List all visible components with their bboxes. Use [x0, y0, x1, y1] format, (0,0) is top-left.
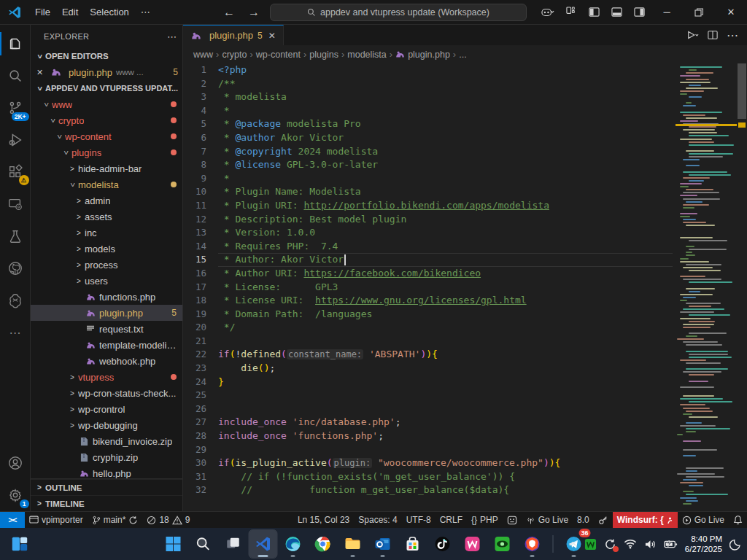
run-button[interactable]	[687, 30, 699, 40]
tray-chevron-up-icon[interactable]	[568, 540, 577, 548]
night-mode-moon-icon[interactable]	[729, 537, 743, 551]
taskbar-eye-app-icon[interactable]	[489, 530, 516, 558]
tree-folder-inc[interactable]: >inc	[31, 225, 182, 241]
tree-folder-hideadminbar[interactable]: >hide-admin-bar	[31, 160, 182, 176]
taskbar-edge-icon[interactable]	[279, 530, 307, 558]
remote-explorer-activity-icon[interactable]	[0, 188, 31, 220]
tree-file-cryphipzip[interactable]: cryphip.zip	[31, 449, 182, 465]
tray-sync-icon[interactable]	[604, 538, 616, 551]
menu-selection[interactable]: Selection	[84, 4, 134, 20]
editor-scrollbar[interactable]	[737, 63, 747, 511]
tree-folder-wpdebugging[interactable]: >wp-debugging	[31, 417, 182, 433]
menu-[interactable]: ⋯	[135, 4, 156, 20]
tree-file-templatemodelista[interactable]: template-modelista...	[31, 337, 182, 353]
tree-file-webhookphp[interactable]: webhook.php	[31, 353, 182, 369]
tree-folder-admin[interactable]: >admin	[31, 192, 182, 209]
back-arrow-icon[interactable]: ←	[220, 6, 238, 19]
scrollbar-thumb[interactable]	[738, 63, 746, 119]
workspace-root-item[interactable]: > APPDEV AND VTUPRESS UPDAT...	[31, 80, 182, 96]
tree-file-requesttxt[interactable]: request.txt	[31, 321, 182, 337]
tree-folder-process[interactable]: >process	[31, 257, 182, 273]
volume-icon[interactable]	[644, 539, 657, 550]
tree-folder-vtupress[interactable]: >vtupress	[31, 369, 182, 385]
widgets-button[interactable]	[6, 530, 34, 558]
copilot-icon[interactable]	[535, 0, 560, 24]
tree-folder-crypto[interactable]: >crypto	[31, 112, 182, 128]
tree-file-bikendiinvoicezip[interactable]: bikendi_invoice.zip	[31, 433, 182, 449]
tree-folder-models[interactable]: >models	[31, 241, 182, 257]
timeline-section-header[interactable]: > TIMELINE	[31, 495, 182, 511]
taskbar-search-button[interactable]	[190, 530, 217, 558]
windsurf-status-item[interactable]: Windsurf: {	[613, 512, 678, 528]
breadcrumb-item-plugins[interactable]: plugins	[309, 50, 338, 60]
more-views-icon[interactable]: ⋯	[0, 316, 31, 349]
workspace-status-item[interactable]: vpimporter	[25, 512, 88, 528]
start-button[interactable]	[160, 530, 187, 558]
close-window-button[interactable]: ✕	[715, 0, 747, 24]
go-live-item[interactable]: Go Live	[522, 512, 573, 528]
testing-activity-icon[interactable]	[0, 220, 31, 252]
tree-file-hellophp[interactable]: hello.php	[31, 465, 182, 478]
menu-file[interactable]: File	[29, 4, 56, 20]
open-editor-item[interactable]: ✕ plugin.php www ... 5	[31, 64, 182, 80]
open-editors-header[interactable]: > OPEN EDITORS	[31, 48, 182, 64]
toggle-panel-icon[interactable]	[605, 0, 628, 24]
tab-close-icon[interactable]: ✕	[268, 31, 276, 41]
ports-item[interactable]	[503, 512, 522, 528]
accounts-icon[interactable]	[0, 447, 31, 479]
outline-section-header[interactable]: > OUTLINE	[31, 479, 182, 495]
eol-item[interactable]: CRLF	[436, 512, 467, 528]
extensions-activity-icon[interactable]: ⚠	[0, 156, 31, 188]
tree-folder-assets[interactable]: >assets	[31, 209, 182, 225]
cursor-position-item[interactable]: Ln 15, Col 23	[293, 512, 354, 528]
language-mode-item[interactable]: {} PHP	[467, 512, 503, 528]
breadcrumb-item-wpcontent[interactable]: wp-content	[256, 50, 301, 60]
split-editor-icon[interactable]	[708, 30, 718, 40]
tree-file-pluginphp[interactable]: plugin.php5	[31, 305, 182, 321]
breadcrumb-item-crypto[interactable]: crypto	[222, 50, 247, 60]
chatgpt-activity-icon[interactable]	[0, 284, 31, 316]
menu-edit[interactable]: Edit	[56, 4, 84, 20]
minimize-button[interactable]: ─	[651, 0, 683, 24]
taskbar-tiktok-icon[interactable]	[429, 530, 457, 558]
wifi-icon[interactable]	[624, 539, 637, 549]
tree-folder-modelista[interactable]: >modelista	[31, 176, 182, 192]
taskbar-brave-icon[interactable]	[519, 530, 546, 558]
taskbar-outlook-icon[interactable]	[369, 530, 397, 558]
github-activity-icon[interactable]	[0, 252, 31, 284]
breadcrumb-item-modelista[interactable]: modelista	[347, 50, 387, 60]
encoding-item[interactable]: UTF-8	[402, 512, 436, 528]
workspace-search-input[interactable]: appdev and vtupress update (Workspace)	[270, 4, 527, 21]
restore-button[interactable]	[683, 0, 715, 24]
minimap[interactable]	[676, 63, 737, 511]
taskbar-file-explorer-icon[interactable]	[339, 530, 367, 558]
problems-item[interactable]: 18 9	[142, 512, 194, 528]
git-branch-item[interactable]: main*	[88, 512, 143, 528]
source-control-activity-icon[interactable]: 2K+	[0, 92, 31, 124]
taskbar-pink-app-icon[interactable]	[459, 530, 487, 558]
battery-icon[interactable]	[664, 540, 678, 549]
taskbar-clock[interactable]: 8:40 PM 6/27/2025	[685, 534, 722, 555]
taskbar-store-icon[interactable]	[399, 530, 427, 558]
tree-folder-users[interactable]: >users	[31, 273, 182, 289]
breadcrumb-item-[interactable]: ...	[459, 50, 466, 60]
go-live-server-item[interactable]: Go Live	[678, 512, 729, 528]
tree-folder-plugins[interactable]: >plugins	[31, 144, 182, 160]
task-view-button[interactable]	[220, 530, 247, 558]
tree-folder-wpcronstatuscheck[interactable]: >wp-cron-status-check...	[31, 385, 182, 401]
key-item[interactable]	[594, 512, 613, 528]
php-version-item[interactable]: 8.0	[573, 512, 594, 528]
indentation-item[interactable]: Spaces: 4	[354, 512, 401, 528]
explorer-more-actions-icon[interactable]: ⋯	[167, 31, 177, 42]
taskbar-chrome-icon[interactable]	[309, 530, 337, 558]
toggle-sidebar-icon[interactable]	[583, 0, 605, 24]
tree-file-functionsphp[interactable]: functions.php	[31, 289, 182, 305]
remote-indicator[interactable]: ><	[0, 512, 25, 528]
notifications-bell-icon[interactable]	[729, 512, 747, 528]
run-debug-activity-icon[interactable]	[0, 124, 31, 156]
tree-folder-wpcontent[interactable]: >wp-content	[31, 128, 182, 144]
breadcrumb-item-www[interactable]: www	[193, 50, 213, 60]
tree-folder-www[interactable]: >www	[31, 96, 182, 112]
tab-plugin-php[interactable]: plugin.php 5 ✕	[183, 25, 284, 45]
breadcrumb-item-pluginphp[interactable]: plugin.php	[395, 50, 450, 60]
